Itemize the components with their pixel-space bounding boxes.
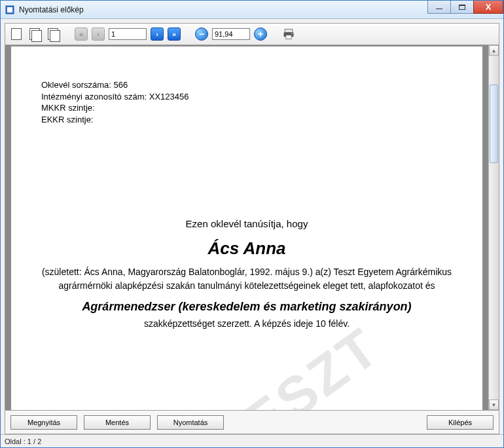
cert-name: Ács Anna [41, 236, 452, 261]
inst-label: Intézményi azonosító szám: [41, 92, 147, 102]
document-page: Oklevél sorszáma: 566 Intézményi azonosí… [11, 47, 482, 410]
serial-value: 566 [114, 80, 128, 90]
first-page-button[interactable]: « [75, 28, 88, 41]
toolbar: « ‹ › » − + [5, 23, 499, 45]
zoom-input[interactable] [212, 28, 250, 40]
save-button[interactable]: Mentés [84, 415, 151, 430]
svg-point-5 [291, 33, 293, 34]
window-controls: X [428, 1, 503, 18]
prev-page-button[interactable]: ‹ [92, 28, 105, 41]
serial-label: Oklevél sorszáma: [41, 80, 111, 90]
print-button[interactable]: Nyomtatás [157, 415, 224, 430]
minimize-button[interactable] [427, 1, 451, 14]
page-number-input[interactable] [109, 28, 147, 40]
close-button[interactable]: X [473, 1, 503, 14]
document-meta: Oklevél sorszáma: 566 Intézményi azonosí… [41, 79, 452, 125]
printer-icon[interactable] [281, 27, 296, 41]
document-viewport[interactable]: Oklevél sorszáma: 566 Intézményi azonosí… [5, 45, 488, 410]
ekkr-label: EKKR szintje: [41, 115, 93, 124]
inst-value: XX123456 [149, 92, 189, 102]
exit-button[interactable]: Kilépés [427, 415, 494, 430]
cert-para2: szakképzettséget szerzett. A képzés idej… [41, 317, 452, 331]
multi-page-icon[interactable] [27, 27, 42, 41]
maximize-button[interactable] [450, 1, 474, 14]
last-page-button[interactable]: » [168, 28, 181, 41]
window-title: Nyomtatási előkép [19, 5, 428, 14]
status-page-value: 1 / 2 [27, 438, 41, 445]
cert-para1: (született: Ács Anna, Magyarország Balat… [41, 265, 452, 293]
zoom-out-button[interactable]: − [195, 28, 208, 41]
scroll-down-button[interactable]: ▼ [489, 400, 499, 410]
open-button[interactable]: Megnyitás [10, 415, 77, 430]
multi-page-icon-2[interactable] [46, 27, 60, 41]
next-page-button[interactable]: › [151, 28, 164, 41]
svg-rect-2 [285, 29, 293, 33]
statusbar: Oldal : 1 / 2 [1, 434, 503, 447]
cert-qualification: Agrármenedzser (kereskedelem és marketin… [41, 298, 452, 316]
bottom-button-bar: Megnyitás Mentés Nyomtatás Kilépés [5, 411, 499, 434]
app-icon [5, 5, 15, 15]
status-page-label: Oldal : [5, 438, 26, 445]
certificate-body: Ezen oklevél tanúsítja, hogy Ács Anna (s… [41, 217, 452, 331]
scroll-up-button[interactable]: ▲ [489, 45, 499, 56]
zoom-in-button[interactable]: + [254, 28, 267, 41]
print-preview-window: Nyomtatási előkép X « ‹ › » − + Oklevél … [0, 0, 504, 448]
svg-rect-1 [7, 7, 12, 12]
single-page-icon[interactable] [9, 27, 24, 41]
vertical-scrollbar[interactable]: ▲ ▼ [488, 45, 499, 410]
titlebar: Nyomtatási előkép X [1, 1, 503, 19]
mkkr-label: MKKR szintje: [41, 103, 95, 113]
scroll-thumb[interactable] [490, 84, 498, 163]
preview-area: Oklevél sorszáma: 566 Intézményi azonosí… [5, 45, 499, 411]
cert-line1: Ezen oklevél tanúsítja, hogy [41, 217, 452, 232]
svg-rect-4 [286, 35, 291, 39]
